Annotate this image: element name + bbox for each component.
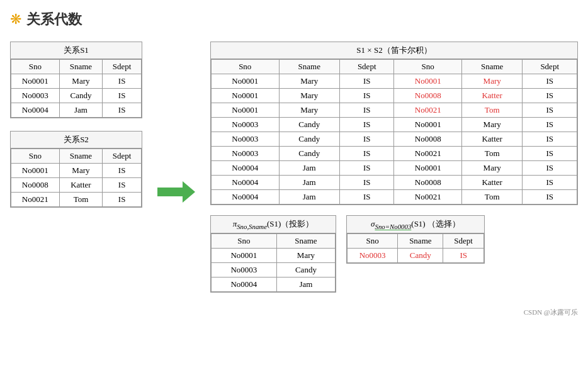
cart-col-sdept1: Sdept bbox=[339, 60, 394, 74]
projection-table: Sno Sname No0001MaryNo0003CandyNo0004Jam bbox=[211, 233, 336, 292]
s1-table: Sno Sname Sdept No0001MaryISNo0003CandyI… bbox=[11, 59, 142, 118]
right-panel: S1 × S2（笛卡尔积） Sno Sname Sdept Sno Sname … bbox=[210, 42, 578, 317]
s1-col-sno: Sno bbox=[11, 60, 60, 74]
table-row: No0001Mary bbox=[212, 248, 336, 262]
table-row: No0001MaryISNo0021TomIS bbox=[212, 103, 577, 118]
table-row: No0004JamISNo0008KatterIS bbox=[212, 176, 577, 190]
table-row: No0003CandyIS bbox=[348, 248, 484, 262]
gear-icon: ❋ bbox=[10, 11, 21, 28]
proj-col-sname: Sname bbox=[276, 233, 335, 248]
selection-header: σSno=No0003(S1) （选择） bbox=[347, 216, 484, 233]
table-row: No0001MaryISNo0001MaryIS bbox=[212, 74, 577, 89]
s1-header-row: Sno Sname Sdept bbox=[11, 60, 142, 74]
table-row: No0003CandyISNo0021TomIS bbox=[212, 147, 577, 161]
s2-table-wrap: 关系S2 Sno Sname Sdept No0001MaryISNo0008K… bbox=[10, 131, 142, 208]
s2-header: 关系S2 bbox=[11, 132, 142, 149]
s1-col-sdept: Sdept bbox=[103, 60, 142, 74]
left-panel: 关系S1 Sno Sname Sdept No0001MaryISNo0003C… bbox=[10, 42, 142, 208]
table-row: No0001MaryISNo0008KatterIS bbox=[212, 89, 577, 103]
s2-table: Sno Sname Sdept No0001MaryISNo0008Katter… bbox=[11, 149, 142, 207]
table-row: No0003CandyISNo0008KatterIS bbox=[212, 132, 577, 147]
s1-table-wrap: 关系S1 Sno Sname Sdept No0001MaryISNo0003C… bbox=[10, 42, 142, 118]
s2-header-row: Sno Sname Sdept bbox=[11, 149, 142, 164]
table-row: No0004JamISNo0001MaryIS bbox=[212, 161, 577, 176]
cartesian-table: Sno Sname Sdept Sno Sname Sdept No0001Ma… bbox=[211, 59, 577, 205]
proj-header-row: Sno Sname bbox=[212, 233, 336, 248]
s1-header: 关系S1 bbox=[11, 42, 142, 59]
table-row: No0004JamIS bbox=[11, 103, 142, 118]
page-title: 关系代数 bbox=[26, 10, 82, 29]
table-row: No0004Jam bbox=[212, 277, 336, 291]
page-header: ❋ 关系代数 bbox=[10, 10, 578, 29]
arrow-wrap bbox=[152, 181, 200, 203]
sel-col-sno: Sno bbox=[348, 233, 398, 248]
table-row: No0008KatterIS bbox=[11, 178, 142, 193]
table-row: No0001MaryIS bbox=[11, 74, 142, 89]
table-row: No0003Candy bbox=[212, 262, 336, 277]
cartesian-header: S1 × S2（笛卡尔积） bbox=[211, 42, 577, 59]
table-row: No0003CandyIS bbox=[11, 89, 142, 103]
s1-col-sname: Sname bbox=[59, 60, 103, 74]
cart-col-sno2: Sno bbox=[394, 60, 462, 74]
sel-col-sdept: Sdept bbox=[443, 233, 484, 248]
cart-col-sdept2: Sdept bbox=[523, 60, 577, 74]
proj-col-sno: Sno bbox=[212, 233, 277, 248]
sel-col-sname: Sname bbox=[398, 233, 443, 248]
cart-col-sno1: Sno bbox=[212, 60, 280, 74]
cart-col-sname1: Sname bbox=[279, 60, 339, 74]
sel-header-row: Sno Sname Sdept bbox=[348, 233, 484, 248]
right-arrow-icon bbox=[157, 181, 195, 203]
s2-col-sno: Sno bbox=[11, 149, 60, 164]
projection-header: πSno,Sname(S1)（投影） bbox=[211, 216, 336, 233]
cart-col-sname2: Sname bbox=[461, 60, 522, 74]
s2-col-sdept: Sdept bbox=[103, 149, 142, 164]
table-row: No0004JamISNo0021TomIS bbox=[212, 190, 577, 205]
table-row: No0003CandyISNo0001MaryIS bbox=[212, 118, 577, 132]
projection-wrap: πSno,Sname(S1)（投影） Sno Sname No0001MaryN… bbox=[210, 215, 336, 293]
selection-table: Sno Sname Sdept No0003CandyIS bbox=[347, 233, 484, 263]
main-content: 关系S1 Sno Sname Sdept No0001MaryISNo0003C… bbox=[10, 42, 578, 317]
s2-col-sname: Sname bbox=[59, 149, 103, 164]
cartesian-table-wrap: S1 × S2（笛卡尔积） Sno Sname Sdept Sno Sname … bbox=[210, 42, 578, 205]
table-row: No0001MaryIS bbox=[11, 164, 142, 178]
selection-wrap: σSno=No0003(S1) （选择） Sno Sname Sdept No0… bbox=[346, 215, 485, 264]
cartesian-header-row: Sno Sname Sdept Sno Sname Sdept bbox=[212, 60, 577, 74]
table-row: No0021TomIS bbox=[11, 193, 142, 207]
bottom-tables: πSno,Sname(S1)（投影） Sno Sname No0001MaryN… bbox=[210, 215, 578, 293]
csdn-credit: CSDN @冰露可乐 bbox=[210, 308, 578, 317]
